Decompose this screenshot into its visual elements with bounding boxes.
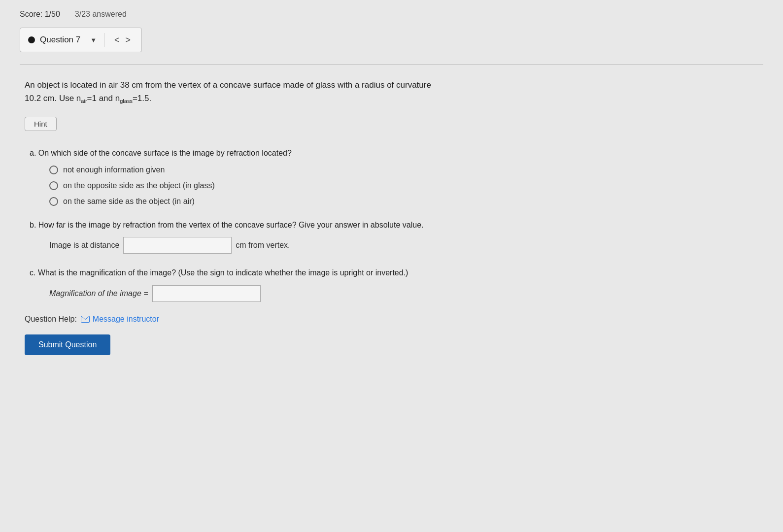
part-b-prefix: Image is at distance [49,241,119,250]
question-text-line2: 10.2 cm. Use n [25,94,81,103]
message-instructor-label: Message instructor [93,315,159,324]
radio-circle-2 [49,181,58,190]
question-label: Question 7 ▼ [28,35,97,45]
radio-label-3: on the same side as the object (in air) [63,197,195,206]
question-text-line1: An object is located in air 38 cm from t… [25,80,431,90]
hint-button[interactable]: Hint [25,117,57,131]
divider-line [20,64,763,65]
radio-label-1: not enough information given [63,166,165,174]
air-subscript: air [81,99,87,104]
sub-parts: a. On which side of the concave surface … [30,147,758,302]
next-button[interactable]: > [123,35,134,45]
part-b-label: b. How far is the image by refraction fr… [30,219,758,232]
help-label: Question Help: [25,315,77,324]
mail-icon [81,316,90,323]
radio-circle-1 [49,166,58,174]
submit-button[interactable]: Submit Question [25,334,110,355]
magnification-input[interactable] [152,285,261,302]
prev-button[interactable]: < [111,35,123,45]
radio-circle-3 [49,197,58,206]
part-c-row: Magnification of the image = [49,285,758,302]
question-nav: Question 7 ▼ < > [20,28,142,52]
question-help: Question Help: Message instructor [25,315,758,324]
question-dot-icon [28,36,35,43]
question-dropdown[interactable]: ▼ [90,36,97,44]
nav-divider [104,33,104,47]
radio-option-2[interactable]: on the opposite side as the object (in g… [49,181,758,190]
question-text-end: =1.5. [133,94,151,103]
message-instructor-link[interactable]: Message instructor [81,315,159,324]
radio-option-1[interactable]: not enough information given [49,166,758,174]
part-a-label: a. On which side of the concave surface … [30,147,758,160]
answered-text: 3/23 answered [75,10,127,19]
part-b: b. How far is the image by refraction fr… [30,219,758,254]
part-c-prefix: Magnification of the image = [49,289,148,298]
question-body: An object is located in air 38 cm from t… [20,78,763,355]
score-bar: Score: 1/50 3/23 answered [20,10,763,19]
page-wrapper: Score: 1/50 3/23 answered Question 7 ▼ <… [0,0,783,532]
question-text-mid: =1 and n [87,94,120,103]
distance-input[interactable] [123,237,232,254]
part-b-suffix: cm from vertex. [236,241,290,250]
radio-options: not enough information given on the oppo… [49,166,758,206]
glass-subscript: glass [120,99,133,104]
part-a: a. On which side of the concave surface … [30,147,758,206]
question-text: An object is located in air 38 cm from t… [25,78,758,106]
part-c-label: c. What is the magnification of the imag… [30,266,758,279]
score-text: Score: 1/50 [20,10,60,19]
radio-option-3[interactable]: on the same side as the object (in air) [49,197,758,206]
part-b-row: Image is at distance cm from vertex. [49,237,758,254]
question-number: Question 7 [40,35,80,45]
radio-label-2: on the opposite side as the object (in g… [63,181,215,190]
part-c: c. What is the magnification of the imag… [30,266,758,302]
